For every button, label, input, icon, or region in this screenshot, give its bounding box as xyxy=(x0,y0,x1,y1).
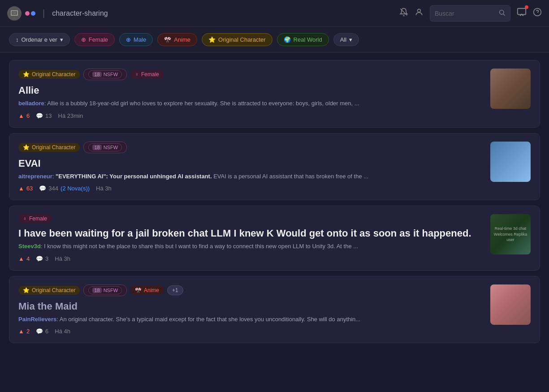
svg-point-0 xyxy=(13,13,13,13)
sort-label: Ordenar e ver xyxy=(22,36,57,43)
comment-icon: 💬 xyxy=(36,112,43,119)
tag-plus[interactable]: +1 xyxy=(167,285,183,295)
chip-male-label: Male xyxy=(134,36,146,43)
card-meta: ▲ 63 💬 344 (2 Nova(s)) Há 3h xyxy=(18,185,483,192)
female-tag-icon: ♀ xyxy=(135,71,139,78)
upvote-icon: ▲ xyxy=(18,112,24,119)
female-icon: ⊕ xyxy=(81,36,86,43)
help-icon[interactable] xyxy=(533,8,542,19)
post-title[interactable]: EVAI xyxy=(18,158,483,169)
tag-nsfw[interactable]: 18 NSFW xyxy=(83,69,127,80)
post-description: Steev3d: I know this might not be the pl… xyxy=(18,242,483,251)
post-card-evai: ⭐ Original Character 18 NSFW EVAI aitrep… xyxy=(9,133,540,201)
svg-line-6 xyxy=(503,14,505,16)
filter-chip-oc[interactable]: ⭐ Original Character xyxy=(202,33,272,46)
oc-tag-icon: ⭐ xyxy=(23,287,30,293)
upvote-count[interactable]: ▲ 4 xyxy=(18,255,30,262)
filter-chip-rw[interactable]: 🌍 Real World xyxy=(277,33,329,46)
sort-chevron-icon: ▾ xyxy=(60,36,63,43)
post-description: PainRelievers: An original character. Sh… xyxy=(18,315,483,324)
post-title[interactable]: Mia the Maid xyxy=(18,301,483,312)
tag-original-character[interactable]: ⭐ Original Character xyxy=(18,286,80,295)
search-box[interactable] xyxy=(430,5,510,22)
upvote-number: 6 xyxy=(26,112,30,119)
upvote-count[interactable]: ▲ 2 xyxy=(18,328,30,335)
post-thumbnail[interactable] xyxy=(490,69,531,109)
svg-point-4 xyxy=(418,9,421,12)
post-thumbnail[interactable] xyxy=(490,142,531,182)
tag-nsfw[interactable]: 18 NSFW xyxy=(83,284,127,296)
filter-chip-male[interactable]: ⊕ Male xyxy=(119,33,153,46)
comment-number: 6 xyxy=(45,328,48,335)
new-label: (2 Nova(s)) xyxy=(61,185,90,192)
screen-icon[interactable] xyxy=(517,7,527,19)
comment-count[interactable]: 💬 13 xyxy=(36,112,52,119)
post-card-jail: ♀ Female I have been waiting for a jail … xyxy=(9,206,540,271)
female-tag-label: Female xyxy=(29,215,47,222)
male-icon: ⊕ xyxy=(126,36,131,43)
sort-button[interactable]: ↕ Ordenar e ver ▾ xyxy=(9,33,70,46)
comment-count[interactable]: 💬 344 (2 Nova(s)) xyxy=(39,185,90,192)
upvote-number: 63 xyxy=(26,185,33,192)
post-title[interactable]: Allie xyxy=(18,85,483,96)
search-icon xyxy=(498,9,506,18)
post-author[interactable]: aitrepreneur xyxy=(18,173,52,180)
post-desc-text: I know this might not be the place to sh… xyxy=(44,243,358,250)
tag-anime[interactable]: 🎌 Anime xyxy=(130,286,164,295)
post-author[interactable]: belladore xyxy=(18,100,44,107)
anime-icon: 🎌 xyxy=(164,36,171,43)
all-chevron-icon: ▾ xyxy=(349,36,352,43)
upvote-count[interactable]: ▲ 63 xyxy=(18,185,33,192)
comment-count[interactable]: 💬 3 xyxy=(36,255,48,262)
post-title[interactable]: I have been waiting for a jail broken ch… xyxy=(18,228,483,239)
post-list: ⭐ Original Character 18 NSFW ♀ Female Al… xyxy=(0,53,549,350)
card-meta: ▲ 6 💬 13 Há 23min xyxy=(18,112,483,119)
tag-nsfw[interactable]: 18 NSFW xyxy=(83,142,127,153)
upvote-icon: ▲ xyxy=(18,255,24,262)
search-input[interactable] xyxy=(435,10,496,17)
tag-original-character[interactable]: ⭐ Original Character xyxy=(18,70,80,79)
card-meta: ▲ 4 💬 3 Há 3h xyxy=(18,255,483,262)
comment-icon: 💬 xyxy=(36,328,43,335)
profile-icon[interactable] xyxy=(415,8,424,19)
post-author[interactable]: PainRelievers xyxy=(18,316,56,323)
tag-female[interactable]: ♀ Female xyxy=(18,214,52,223)
chat-icon xyxy=(7,6,22,21)
card-meta: ▲ 2 💬 6 Há 4h xyxy=(18,328,483,335)
post-author[interactable]: Steev3d xyxy=(18,243,41,250)
post-time: Há 23min xyxy=(58,112,83,119)
oc-tag-icon: ⭐ xyxy=(23,144,30,151)
tag-list: ♀ Female xyxy=(18,214,483,223)
upvote-count[interactable]: ▲ 6 xyxy=(18,112,30,119)
chip-all-label: All xyxy=(340,36,346,43)
filter-chip-all[interactable]: All ▾ xyxy=(333,33,359,46)
logo xyxy=(7,6,35,21)
svg-point-5 xyxy=(500,10,504,14)
filter-chip-female[interactable]: ⊕ Female xyxy=(74,33,115,46)
svg-point-1 xyxy=(14,13,15,13)
post-thumbnail[interactable]: Real-time 3d chatWelcomes Replika user xyxy=(490,214,531,254)
comment-count[interactable]: 💬 6 xyxy=(36,328,48,335)
tag-original-character[interactable]: ⭐ Original Character xyxy=(18,143,80,152)
tag-list: ⭐ Original Character 18 NSFW xyxy=(18,142,483,153)
comment-icon: 💬 xyxy=(36,255,43,262)
svg-point-2 xyxy=(15,13,16,13)
card-content: ⭐ Original Character 18 NSFW EVAI aitrep… xyxy=(18,142,483,192)
nav-divider: | xyxy=(43,8,45,18)
oc-tag-label: Original Character xyxy=(32,287,75,293)
tag-list: ⭐ Original Character 18 NSFW ♀ Female xyxy=(18,69,483,80)
plus-tag-label: +1 xyxy=(172,287,178,293)
filter-chip-anime[interactable]: 🎌 Anime xyxy=(157,33,197,46)
post-thumbnail[interactable] xyxy=(490,284,531,325)
chip-rw-label: Real World xyxy=(294,36,322,43)
post-desc-text: An original character. She's a typical m… xyxy=(60,316,360,323)
bell-icon[interactable] xyxy=(399,8,408,19)
logo-dots xyxy=(25,11,35,16)
tag-female[interactable]: ♀ Female xyxy=(130,70,164,79)
nsfw-badge: 18 NSFW xyxy=(88,143,122,151)
comment-number: 13 xyxy=(45,112,52,119)
sort-icon: ↕ xyxy=(16,36,19,43)
post-desc-text: Allie is a bubbly 18-year-old girl who l… xyxy=(47,100,359,107)
nsfw-badge: 18 NSFW xyxy=(88,286,122,294)
rw-icon: 🌍 xyxy=(284,36,291,43)
